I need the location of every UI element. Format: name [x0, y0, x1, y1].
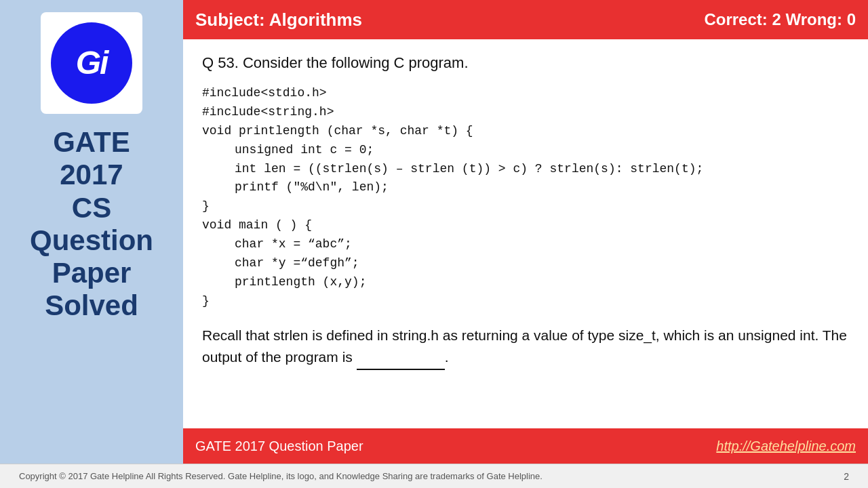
sidebar-line1: GATE [30, 126, 153, 159]
sidebar-line6: Solved [30, 289, 153, 322]
code-line-2: void printlength (char *s, char *t) { [202, 122, 849, 141]
code-line-10: printlength (x,y); [202, 273, 849, 292]
subject-value: Algorithms [269, 9, 362, 30]
logo-letters: Gi [76, 47, 108, 79]
footer-left-text: GATE 2017 Question Paper [195, 439, 716, 454]
subject-label: Subject: [195, 9, 269, 30]
code-line-5: printf ("%d\n", len); [202, 178, 849, 197]
code-line-8: char *x = “abc”; [202, 235, 849, 254]
copyright-bar: Copyright © 2017 Gate Helpline All Right… [0, 464, 868, 488]
header-score: Correct: 2 Wrong: 0 [704, 10, 856, 29]
code-line-7: void main ( ) { [202, 216, 849, 235]
question-body: Q 53. Consider the following C program. … [183, 39, 868, 428]
header-subject: Subject: Algorithms [195, 9, 704, 30]
code-line-1: #include<string.h> [202, 103, 849, 122]
sidebar-title: GATE 2017 CS Question Paper Solved [30, 126, 153, 323]
recall-text: Recall that strlen is defined in string.… [202, 325, 849, 369]
sidebar-line5: Paper [30, 257, 153, 289]
code-line-6: } [202, 197, 849, 216]
page-number: 2 [844, 471, 849, 482]
sidebar-line3: CS [30, 192, 153, 224]
sidebar: Gi GATE 2017 CS Question Paper Solved [0, 0, 183, 464]
copyright-text: Copyright © 2017 Gate Helpline All Right… [19, 471, 542, 481]
footer-bar: GATE 2017 Question Paper http://Gatehelp… [183, 428, 868, 464]
outer-wrapper: Gi GATE 2017 CS Question Paper Solved Su… [0, 0, 868, 488]
answer-blank [357, 346, 445, 370]
footer-link[interactable]: http://Gatehelpline.com [716, 439, 856, 454]
header-bar: Subject: Algorithms Correct: 2 Wrong: 0 [183, 0, 868, 39]
code-line-9: char *y =“defgh”; [202, 254, 849, 273]
logo-container: Gi [41, 12, 142, 114]
content-area: Subject: Algorithms Correct: 2 Wrong: 0 … [183, 0, 868, 464]
logo-circle: Gi [51, 22, 132, 104]
sidebar-line4: Question [30, 224, 153, 257]
code-line-0: #include<stdio.h> [202, 84, 849, 103]
main-area: Gi GATE 2017 CS Question Paper Solved Su… [0, 0, 868, 464]
code-line-4: int len = ((strlen(s) – strlen (t)) > c)… [202, 160, 849, 179]
code-line-11: } [202, 292, 849, 311]
sidebar-line2: 2017 [30, 159, 153, 191]
period: . [445, 349, 449, 365]
question-title: Q 53. Consider the following C program. [202, 54, 849, 72]
code-block: #include<stdio.h> #include<string.h> voi… [202, 84, 849, 311]
code-line-3: unsigned int c = 0; [202, 141, 849, 160]
